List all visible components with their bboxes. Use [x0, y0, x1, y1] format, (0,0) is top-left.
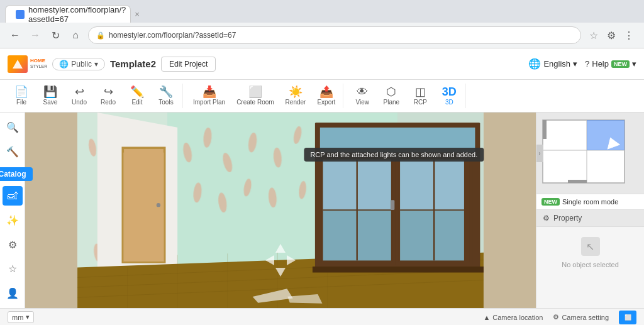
tooltip-text: RCP and the attached lights can be shown… — [310, 151, 477, 158]
tools-label: Tools — [158, 99, 173, 106]
svg-rect-61 — [400, 160, 464, 210]
tools-button[interactable]: 🔧 Tools — [152, 84, 180, 108]
settings-sidebar-button[interactable]: ⚙ — [3, 235, 23, 255]
plane-icon: ⬡ — [386, 86, 396, 97]
help-new-badge: NEW — [611, 60, 630, 68]
sofa-sidebar-button[interactable]: 🛋 — [3, 186, 23, 206]
svg-point-44 — [157, 203, 160, 207]
create-room-button[interactable]: ⬜ Create Room — [231, 84, 279, 108]
status-left: mm ▾ — [8, 311, 34, 323]
no-object-text: No object selected — [562, 261, 619, 268]
property-header: ⚙ Property — [536, 210, 644, 227]
export-label: Export — [317, 99, 335, 106]
browser-controls: ← → ↻ ⌂ 🔒 homestyler.com/floorplan/?asse… — [0, 23, 644, 48]
search-icon: 🔍 — [6, 121, 19, 133]
export-icon: 📤 — [319, 86, 333, 97]
svg-rect-76 — [543, 120, 547, 139]
toolbar-group-view: 👁 View ⬡ Plane ◫ RCP 3D 3D — [346, 84, 466, 108]
file-button[interactable]: 📄 File — [8, 84, 35, 108]
svg-rect-74 — [587, 120, 625, 150]
view-button[interactable]: 👁 View — [348, 84, 376, 108]
address-bar[interactable]: 🔒 homestyler.com/floorplan/?assetId=67 — [88, 26, 581, 44]
tooltip: RCP and the attached lights can be shown… — [304, 148, 484, 162]
lang-chevron: ▾ — [573, 59, 577, 69]
logo-text: HOME STYLER — [30, 58, 47, 69]
file-icon: 📄 — [14, 86, 28, 97]
browser-actions: ☆ ⚙ ⋮ — [586, 28, 636, 43]
camera-setting-label: Camera setting — [562, 314, 609, 321]
unit-label: mm — [12, 314, 23, 321]
nav-up-arrow[interactable] — [275, 244, 286, 253]
logo-icon — [8, 55, 28, 73]
user-sidebar-button[interactable]: 👤 — [3, 284, 23, 303]
logo-area: HOME STYLER — [8, 55, 47, 73]
viewport[interactable] — [25, 113, 536, 308]
collapse-panel-button[interactable]: › — [536, 145, 543, 162]
language-selector[interactable]: 🌐 English ▾ — [528, 58, 577, 70]
create-room-icon: ⬜ — [248, 86, 262, 97]
magic-sidebar-button[interactable]: ✨ — [3, 211, 23, 230]
settings-icon: ⚙ — [8, 239, 17, 251]
catalog-button[interactable]: Catalog — [0, 167, 33, 181]
back-button[interactable]: ← — [8, 28, 23, 43]
reload-button[interactable]: ↻ — [48, 28, 63, 43]
camera-location-button[interactable]: ▲ Camera location — [483, 314, 543, 321]
tab-close-btn[interactable]: × — [135, 9, 140, 19]
nav-down-arrow[interactable] — [275, 268, 286, 277]
render-button[interactable]: ☀️ Render — [280, 84, 311, 108]
nav-left-arrow[interactable] — [265, 255, 274, 265]
home-button[interactable]: ⌂ — [68, 28, 83, 43]
forward-button[interactable]: → — [28, 28, 43, 43]
menu-button[interactable]: ⋮ — [621, 28, 636, 43]
minimap-svg — [536, 113, 644, 194]
edit-button[interactable]: ✏️ Edit — [123, 84, 151, 108]
bookmark-button[interactable]: ☆ — [586, 28, 601, 43]
search-sidebar-button[interactable]: 🔍 — [3, 118, 23, 137]
minimap-area: › — [536, 113, 644, 194]
property-icon: ⚙ — [543, 214, 550, 223]
app-container: HOME STYLER 🌐 Public ▾ Template2 Edit Pr… — [0, 48, 644, 325]
property-panel: ⚙ Property ↖ No object selected — [536, 210, 644, 308]
camera-location-label: Camera location — [492, 314, 543, 321]
no-object-icon: ↖ — [581, 237, 600, 256]
rcp-label: RCP — [414, 99, 427, 106]
edit-project-button[interactable]: Edit Project — [161, 57, 216, 72]
star-icon: ☆ — [8, 263, 17, 275]
magic-icon: ✨ — [6, 214, 19, 226]
save-button[interactable]: 💾 Save — [36, 84, 64, 108]
3d-icon: 3D — [442, 86, 457, 97]
nav-right-arrow[interactable] — [287, 255, 296, 265]
toolbar-group-plan: 📥 Import Plan ⬜ Create Room ☀️ Render 📤 … — [186, 84, 343, 108]
export-button[interactable]: 📤 Export — [312, 84, 340, 108]
nav-arrows — [265, 244, 296, 277]
nav-down-row — [275, 268, 286, 277]
toolbar: 📄 File 💾 Save ↩ Undo ↪ Redo ✏️ Edit 🔧 T — [0, 80, 644, 113]
browser-tab[interactable]: homestyler.com/floorplan/?assetId=67 × — [5, 5, 131, 23]
redo-button[interactable]: ↪ Redo — [94, 84, 122, 108]
tools-sidebar-icon: 🔨 — [6, 146, 19, 158]
plane-button[interactable]: ⬡ Plane — [377, 84, 405, 108]
help-button[interactable]: ? Help NEW ▾ — [585, 59, 636, 69]
import-icon: 📥 — [203, 86, 216, 97]
svg-rect-66 — [313, 267, 484, 273]
camera-location-icon: ▲ — [483, 314, 490, 321]
3d-button[interactable]: 3D 3D — [435, 84, 463, 108]
scene-svg — [25, 113, 536, 308]
import-plan-button[interactable]: 📥 Import Plan — [188, 84, 230, 108]
header-left: HOME STYLER 🌐 Public ▾ Template2 Edit Pr… — [8, 55, 216, 73]
single-room-mode-row[interactable]: NEW Single room mode — [536, 194, 644, 210]
tools-sidebar-button[interactable]: 🔨 — [3, 142, 23, 162]
rcp-button[interactable]: ◫ RCP — [406, 84, 434, 108]
extensions-button[interactable]: ⚙ — [604, 28, 619, 43]
edit-label: Edit — [131, 99, 142, 106]
camera-setting-button[interactable]: ⚙ Camera setting — [553, 313, 609, 321]
unit-selector[interactable]: mm ▾ — [8, 311, 34, 323]
project-title: Template2 — [110, 58, 156, 69]
visibility-dropdown[interactable]: 🌐 Public ▾ — [52, 58, 105, 70]
app-header: HOME STYLER 🌐 Public ▾ Template2 Edit Pr… — [0, 48, 644, 80]
floor-plan-toggle[interactable]: ⬜ — [619, 311, 636, 324]
star-sidebar-button[interactable]: ☆ — [3, 260, 23, 279]
undo-button[interactable]: ↩ Undo — [65, 84, 93, 108]
property-label: Property — [553, 214, 582, 223]
viewport-scene — [25, 113, 536, 308]
